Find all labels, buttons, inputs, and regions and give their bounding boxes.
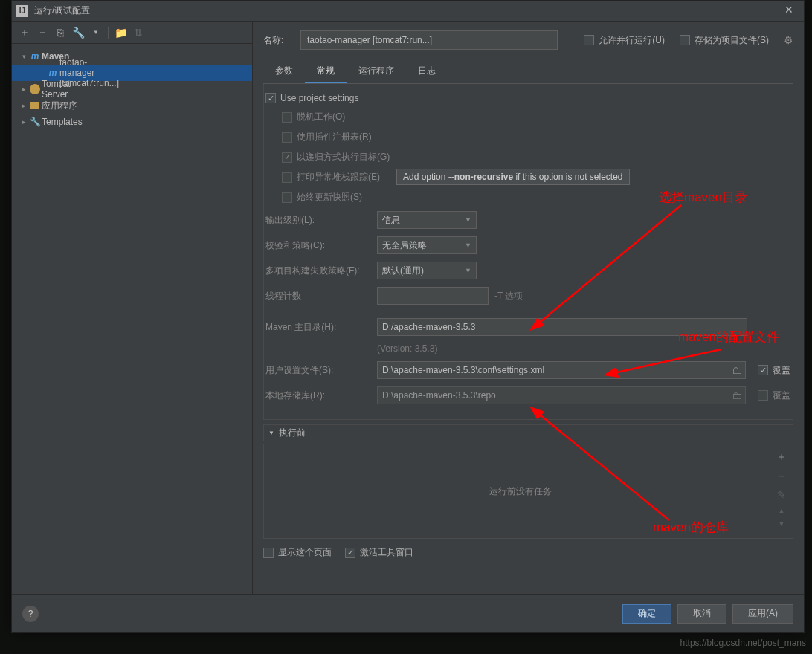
multi-project-fail-label: 多项目构建失败策略(F): xyxy=(265,265,377,277)
tab-logs[interactable]: 日志 xyxy=(406,60,448,83)
config-detail-panel: 名称: taotao-manager [tomcat7:run...] 允许并行… xyxy=(253,22,804,594)
name-label: 名称: xyxy=(263,34,300,47)
edit-task-button[interactable]: ✎ xyxy=(777,489,786,501)
add-config-button[interactable]: ＋ xyxy=(16,25,33,41)
tab-general[interactable]: 常规 xyxy=(305,60,347,83)
tree-node-application[interactable]: ▸ 应用程序 xyxy=(12,97,252,114)
before-launch-header[interactable]: ▼执行前 xyxy=(263,424,793,441)
add-task-button[interactable]: ＋ xyxy=(776,450,787,464)
gear-icon[interactable]: ⚙ xyxy=(784,34,793,46)
user-settings-label: 用户设置文件(S): xyxy=(265,364,377,377)
local-repo-label: 本地存储库(R): xyxy=(265,389,377,402)
window-title: 运行/调试配置 xyxy=(34,4,799,17)
show-this-page-checkbox[interactable]: 显示这个页面 xyxy=(263,546,332,559)
maven-home-input[interactable]: D:/apache-maven-3.5.3 xyxy=(377,318,747,336)
output-level-select[interactable]: 信息▼ xyxy=(377,211,477,229)
recursive-checkbox[interactable]: 以递归方式执行目标(G) xyxy=(282,151,390,164)
local-repo-input[interactable]: D:\apache-maven-3.5.3\repo 🗀 xyxy=(377,386,746,404)
override-user-settings-checkbox[interactable]: 覆盖 xyxy=(758,364,790,377)
tree-toolbar: ＋ － ⎘ 🔧 ▼ 📁 ⇅ xyxy=(12,22,252,44)
move-up-button[interactable]: ▲ xyxy=(779,507,785,514)
checksum-policy-label: 校验和策略(C): xyxy=(265,239,377,252)
apply-button[interactable]: 应用(A) xyxy=(732,604,793,624)
always-update-snapshots-checkbox[interactable]: 始终更新快照(S) xyxy=(282,191,362,204)
allow-parallel-checkbox[interactable]: 允许并行运行(U) xyxy=(584,34,665,47)
before-launch-empty-text: 运行前没有任务 xyxy=(267,447,773,535)
help-button[interactable]: ? xyxy=(22,606,39,622)
browse-icon[interactable]: 🗀 xyxy=(732,364,742,376)
move-down-button[interactable]: ▼ xyxy=(779,520,785,528)
maven-home-label: Maven 主目录(H): xyxy=(265,321,377,334)
before-launch-box: 运行前没有任务 ＋ － ✎ ▲ ▼ xyxy=(263,444,793,539)
use-project-settings-checkbox[interactable]: Use project settings xyxy=(265,93,358,103)
plugin-registry-checkbox[interactable]: 使用插件注册表(R) xyxy=(282,131,372,143)
print-stacktrace-checkbox[interactable]: 打印异常堆栈跟踪(E) xyxy=(282,171,380,184)
user-settings-input[interactable]: D:\apache-maven-3.5.3\conf\settings.xml … xyxy=(377,361,746,379)
app-icon: IJ xyxy=(16,5,28,17)
override-local-repo-checkbox[interactable]: 覆盖 xyxy=(758,389,790,402)
config-tree-sidebar: ＋ － ⎘ 🔧 ▼ 📁 ⇅ ▾m Maven m taotao-manager … xyxy=(12,22,253,594)
tab-runner[interactable]: 运行程序 xyxy=(347,60,406,83)
titlebar: IJ 运行/调试配置 ✕ xyxy=(12,1,804,22)
tab-parameters[interactable]: 参数 xyxy=(263,60,305,83)
watermark-text: https://blog.csdn.net/post_mans xyxy=(680,638,806,648)
recursive-tooltip: Add option --non-recursive if this optio… xyxy=(396,169,630,185)
dropdown-button[interactable]: ▼ xyxy=(88,25,104,41)
multi-project-fail-select[interactable]: 默认(通用)▼ xyxy=(377,262,477,279)
folder-button[interactable]: 📁 xyxy=(112,25,129,41)
tree-node-tomcat[interactable]: ▸ Tomcat Server xyxy=(12,81,252,97)
offline-work-checkbox[interactable]: 脱机工作(O) xyxy=(282,111,345,123)
config-name-input[interactable]: taotao-manager [tomcat7:run...] xyxy=(300,30,558,50)
tree-node-templates[interactable]: ▸🔧 Templates xyxy=(12,114,252,130)
thread-count-input[interactable] xyxy=(377,287,489,305)
remove-task-button[interactable]: － xyxy=(776,470,787,483)
settings-button[interactable]: 🔧 xyxy=(70,25,86,41)
output-level-label: 输出级别(L): xyxy=(265,214,377,227)
activate-tool-window-checkbox[interactable]: 激活工具窗口 xyxy=(345,546,413,559)
store-as-project-file-checkbox[interactable]: 存储为项目文件(S) xyxy=(680,34,769,47)
browse-icon[interactable]: 🗀 xyxy=(732,389,742,401)
checksum-policy-select[interactable]: 无全局策略▼ xyxy=(377,236,477,254)
config-tree[interactable]: ▾m Maven m taotao-manager [tomcat7:run..… xyxy=(12,44,252,594)
config-tabs: 参数 常规 运行程序 日志 xyxy=(263,60,793,84)
cancel-button[interactable]: 取消 xyxy=(677,604,726,624)
dialog-button-bar: ? 确定 取消 应用(A) xyxy=(12,594,804,632)
sort-button[interactable]: ⇅ xyxy=(130,25,146,41)
maven-version-text: (Version: 3.5.3) xyxy=(377,343,437,354)
thread-count-label: 线程计数 xyxy=(265,290,377,302)
tree-node-maven[interactable]: ▾m Maven xyxy=(12,48,252,65)
thread-count-hint: -T 选项 xyxy=(494,290,523,302)
copy-config-button[interactable]: ⎘ xyxy=(52,25,68,41)
ok-button[interactable]: 确定 xyxy=(622,604,671,624)
run-debug-config-dialog: IJ 运行/调试配置 ✕ ＋ － ⎘ 🔧 ▼ 📁 ⇅ ▾m Maven xyxy=(11,0,805,633)
close-icon[interactable]: ✕ xyxy=(774,4,804,16)
remove-config-button[interactable]: － xyxy=(34,25,51,41)
